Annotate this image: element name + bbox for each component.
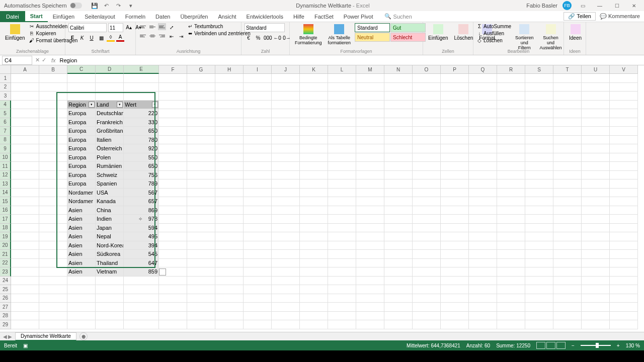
cell-N2[interactable] [384, 83, 413, 92]
cell-Q24[interactable] [469, 277, 497, 286]
conditional-format-button[interactable]: Bedingte Formatierung [293, 23, 324, 46]
cell-D26[interactable] [96, 294, 124, 303]
ribbon-mode-icon[interactable]: ▭ [577, 0, 589, 11]
indent-inc-button[interactable]: ⇥ [177, 32, 185, 40]
cell-E16[interactable]: 869 [124, 206, 159, 215]
cell-J7[interactable] [272, 127, 300, 136]
cell-A17[interactable] [11, 215, 39, 224]
cell-O27[interactable] [413, 303, 441, 312]
cell-N11[interactable] [384, 162, 413, 171]
cell-B2[interactable] [39, 83, 67, 92]
cell-S15[interactable] [525, 197, 553, 206]
cell-C20[interactable]: Asien [67, 241, 96, 250]
cell-C16[interactable]: Asien [67, 206, 96, 215]
cell-U1[interactable] [582, 74, 610, 83]
cell-N27[interactable] [384, 303, 413, 312]
col-header-I[interactable]: I [244, 65, 272, 74]
cell-F9[interactable] [159, 144, 187, 153]
cell-V18[interactable] [610, 224, 638, 233]
cell-L10[interactable] [328, 153, 356, 162]
undo-icon[interactable]: ↶ [103, 2, 110, 9]
row-header-10[interactable]: 10 [0, 153, 11, 162]
delete-button[interactable]: Löschen [452, 23, 475, 42]
cell-G10[interactable] [187, 153, 215, 162]
cell-O2[interactable] [413, 83, 441, 92]
cell-C23[interactable]: Asien [67, 267, 96, 277]
cell-L29[interactable] [328, 320, 356, 329]
cell-M17[interactable] [356, 215, 384, 224]
cell-C6[interactable]: Europa [67, 118, 96, 127]
cell-C17[interactable]: Asien [67, 215, 96, 224]
cell-P9[interactable] [441, 144, 469, 153]
cell-S6[interactable] [525, 118, 553, 127]
cell-N3[interactable] [384, 92, 413, 101]
cell-B21[interactable] [39, 250, 67, 259]
cell-G17[interactable] [187, 215, 215, 224]
cell-G15[interactable] [187, 197, 215, 206]
cell-styles-gallery[interactable]: Standard Gut Neutral Schlecht [355, 23, 426, 42]
cell-G20[interactable] [187, 241, 215, 250]
cell-V12[interactable] [610, 171, 638, 180]
cell-I26[interactable] [244, 294, 272, 303]
cell-D10[interactable]: Polen [96, 153, 124, 162]
cell-L17[interactable] [328, 215, 356, 224]
cell-M16[interactable] [356, 206, 384, 215]
cell-E5[interactable]: 220 [124, 109, 159, 118]
cell-R13[interactable] [497, 179, 525, 189]
cell-M11[interactable] [356, 162, 384, 171]
cell-K26[interactable] [300, 294, 328, 303]
cell-Q16[interactable] [469, 206, 497, 215]
cell-L20[interactable] [328, 241, 356, 250]
cell-N16[interactable] [384, 206, 413, 215]
cell-M18[interactable] [356, 224, 384, 233]
tab-seitenlayout[interactable]: Seitenlayout [79, 11, 120, 22]
cell-E20[interactable]: 394 [124, 241, 159, 250]
cell-O19[interactable] [413, 232, 441, 241]
redo-icon[interactable]: ↷ [115, 2, 122, 9]
view-page-layout-icon[interactable] [546, 342, 555, 349]
cell-J25[interactable] [272, 285, 300, 294]
cell-U22[interactable] [582, 259, 610, 268]
cell-E12[interactable]: 756 [124, 171, 159, 180]
cell-H26[interactable] [215, 294, 244, 303]
col-header-M[interactable]: M [356, 65, 384, 74]
cell-Q22[interactable] [469, 259, 497, 268]
ideas-button[interactable]: Ideen [567, 23, 584, 42]
cell-R16[interactable] [497, 206, 525, 215]
cell-F1[interactable] [159, 74, 187, 83]
col-header-J[interactable]: J [272, 65, 300, 74]
cell-T29[interactable] [553, 320, 582, 329]
cell-E26[interactable] [124, 294, 159, 303]
col-header-U[interactable]: U [582, 65, 610, 74]
row-header-2[interactable]: 2 [0, 83, 11, 92]
cell-E1[interactable] [124, 74, 159, 83]
cell-C18[interactable]: Asien [67, 224, 96, 233]
cell-U18[interactable] [582, 224, 610, 233]
cell-S28[interactable] [525, 312, 553, 321]
cell-G14[interactable] [187, 189, 215, 198]
cell-B28[interactable] [39, 312, 67, 321]
cell-V23[interactable] [610, 267, 638, 277]
comments-button[interactable]: 💬 Kommentare [600, 13, 640, 20]
cell-T13[interactable] [553, 179, 582, 189]
cell-N24[interactable] [384, 277, 413, 286]
cell-I16[interactable] [244, 206, 272, 215]
cell-U17[interactable] [582, 215, 610, 224]
cell-H17[interactable] [215, 215, 244, 224]
row-header-6[interactable]: 6 [0, 118, 11, 127]
cell-D28[interactable] [96, 312, 124, 321]
cell-H24[interactable] [215, 277, 244, 286]
cell-Q18[interactable] [469, 224, 497, 233]
cell-T2[interactable] [553, 83, 582, 92]
cell-L1[interactable] [328, 74, 356, 83]
underline-button[interactable]: U [88, 34, 96, 42]
cell-N20[interactable] [384, 241, 413, 250]
cell-R11[interactable] [497, 162, 525, 171]
cell-M27[interactable] [356, 303, 384, 312]
cell-F28[interactable] [159, 312, 187, 321]
cell-H12[interactable] [215, 171, 244, 180]
cell-J6[interactable] [272, 118, 300, 127]
cell-R15[interactable] [497, 197, 525, 206]
row-header-23[interactable]: 23 [0, 267, 11, 277]
row-header-28[interactable]: 28 [0, 312, 11, 321]
